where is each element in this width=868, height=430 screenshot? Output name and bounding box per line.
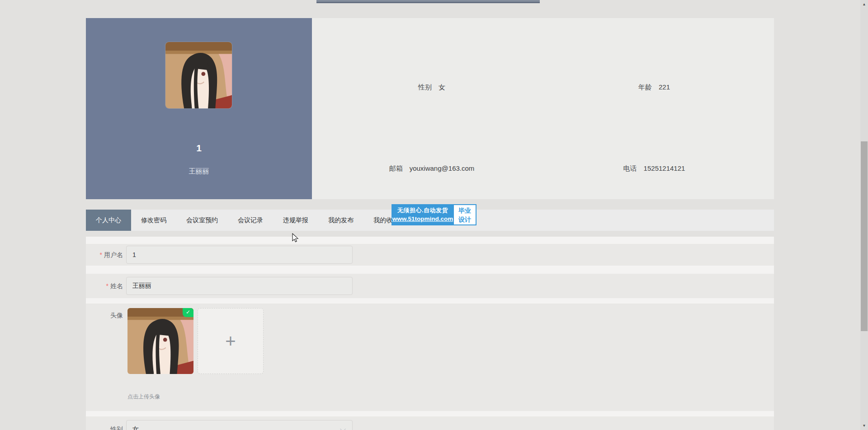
info-label: 邮箱 bbox=[389, 164, 403, 172]
avatar-image bbox=[165, 42, 232, 108]
name-input[interactable] bbox=[126, 277, 353, 295]
profile-card: 1 王丽丽 bbox=[86, 18, 312, 199]
tab-my-posts[interactable]: 我的发布 bbox=[318, 210, 363, 231]
scroll-down-icon[interactable]: ▼ bbox=[860, 424, 868, 428]
name-label-text: 姓名 bbox=[110, 282, 123, 290]
plus-icon: + bbox=[225, 332, 236, 350]
info-value: 女 bbox=[439, 83, 445, 91]
chevron-down-icon bbox=[340, 426, 346, 430]
ad-text: 无须担心.自动发货 www.51topmind.com bbox=[392, 204, 454, 225]
upload-success-check-icon: ✓ bbox=[183, 308, 193, 317]
ad-badge-line: 设计 bbox=[454, 215, 476, 224]
required-asterisk: * bbox=[100, 251, 102, 258]
ad-banner[interactable]: 无须担心.自动发货 www.51topmind.com 毕业 设计 bbox=[392, 204, 476, 225]
info-value: 15251214121 bbox=[644, 164, 685, 172]
info-item-phone: 电话15251214121 bbox=[623, 164, 685, 173]
username-input[interactable] bbox=[126, 246, 353, 264]
gender-label: 性别 bbox=[86, 420, 123, 430]
tab-personal-center[interactable]: 个人中心 bbox=[86, 210, 131, 231]
name-label: *姓名 bbox=[86, 277, 123, 295]
info-label: 性别 bbox=[418, 83, 432, 91]
info-label: 电话 bbox=[623, 164, 637, 172]
avatar-upload-box[interactable]: + bbox=[198, 308, 264, 374]
info-item-gender: 性别女 bbox=[418, 83, 445, 92]
info-value: youxiwang@163.com bbox=[410, 164, 475, 172]
ad-link[interactable]: www.51topmind.com bbox=[392, 215, 454, 222]
scroll-up-icon[interactable]: ▲ bbox=[860, 2, 868, 6]
info-item-age: 年龄221 bbox=[638, 83, 670, 92]
profile-info-panel: 性别女 年龄221 邮箱youxiwang@163.com 电话15251214… bbox=[312, 18, 774, 199]
upload-hint: 点击上传头像 bbox=[127, 393, 160, 401]
avatar-thumbnail[interactable]: ✓ bbox=[127, 308, 193, 374]
tab-change-password[interactable]: 修改密码 bbox=[131, 210, 176, 231]
ad-slogan: 无须担心.自动发货 bbox=[392, 206, 454, 215]
personal-center-page: { "profile": { "username": "1", "display… bbox=[0, 0, 868, 430]
gender-select-value: 女 bbox=[132, 425, 139, 430]
scrollbar-thumb[interactable] bbox=[861, 141, 868, 331]
top-nav-sliver bbox=[316, 0, 540, 3]
info-label: 年龄 bbox=[638, 83, 652, 91]
avatar-thumbnail-image bbox=[127, 308, 193, 374]
vertical-scrollbar[interactable]: ▲ ▼ bbox=[860, 0, 868, 430]
required-asterisk: * bbox=[106, 282, 108, 290]
avatar-label: 头像 bbox=[86, 306, 123, 324]
tab-violation-report[interactable]: 违规举报 bbox=[273, 210, 318, 231]
ad-badge: 毕业 设计 bbox=[454, 205, 476, 224]
form-row-name: *姓名 bbox=[86, 274, 774, 298]
profile-display-name: 王丽丽 bbox=[86, 167, 312, 176]
gender-label-text: 性别 bbox=[110, 425, 123, 430]
info-item-email: 邮箱youxiwang@163.com bbox=[389, 164, 475, 173]
avatar-label-text: 头像 bbox=[110, 312, 123, 319]
profile-section: 1 王丽丽 性别女 年龄221 邮箱youxiwang@163.com 电话15… bbox=[86, 18, 774, 199]
profile-username: 1 bbox=[86, 143, 312, 154]
tab-meeting-records[interactable]: 会议记录 bbox=[228, 210, 273, 231]
username-label-text: 用户名 bbox=[104, 251, 123, 258]
form-row-gender: 性别 女 bbox=[86, 416, 774, 430]
info-value: 221 bbox=[659, 83, 670, 91]
username-label: *用户名 bbox=[86, 246, 123, 264]
gender-select[interactable]: 女 bbox=[126, 420, 353, 430]
profile-avatar bbox=[165, 42, 232, 108]
tab-room-reservation[interactable]: 会议室预约 bbox=[176, 210, 228, 231]
form-row-username: *用户名 bbox=[86, 244, 774, 266]
profile-form: *用户名 *姓名 头像 ✓ + 点击上传头像 性别 女 bbox=[86, 237, 774, 430]
ad-badge-line: 毕业 bbox=[454, 206, 476, 215]
form-row-avatar: 头像 ✓ + 点击上传头像 bbox=[86, 304, 774, 411]
